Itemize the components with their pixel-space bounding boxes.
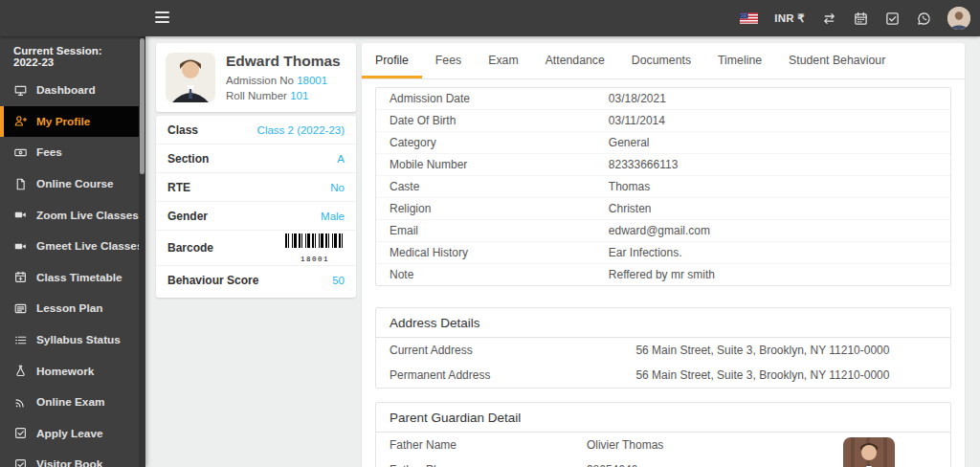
detail-value: Reffered by mr smith — [609, 268, 937, 281]
sidebar-item-label: Gmeet Live Classes — [36, 239, 143, 253]
detail-label: Current Address — [390, 344, 635, 357]
summary-value: Class 2 (2022-23) — [257, 124, 345, 136]
sidebar-item-label: Zoom Live Classes — [36, 209, 139, 222]
detail-row-date-of-birth: Date Of Birth03/11/2014 — [376, 110, 950, 132]
sidebar-item-label: Fees — [36, 145, 62, 159]
sidebar-item-visitor-book[interactable]: Visitor Book — [0, 449, 145, 467]
sidebar-item-label: Dashboard — [36, 83, 96, 97]
detail-value: 03/11/2014 — [609, 114, 937, 127]
summary-value: No — [330, 182, 345, 193]
student-photo — [166, 53, 215, 102]
student-detail-panel: ProfileFeesExamAttendanceDocumentsTimeli… — [362, 43, 965, 467]
detail-label: Permanent Address — [390, 368, 635, 382]
detail-label: Father Name — [390, 438, 587, 452]
detail-row-caste: CasteThomas — [376, 176, 950, 198]
barcode-image: 18001 — [285, 231, 345, 265]
detail-value: edward@gmail.com — [609, 224, 937, 237]
sidebar-item-online-exam[interactable]: Online Exam — [0, 387, 145, 418]
barcode-number: 18001 — [301, 256, 329, 263]
detail-value: Christen — [609, 202, 937, 215]
detail-row-email: Emailedward@gmail.com — [376, 220, 950, 242]
sidebar-item-homework[interactable]: Homework — [0, 355, 145, 387]
tab-timeline[interactable]: Timeline — [704, 43, 775, 78]
detail-label: Note — [390, 268, 609, 281]
detail-label: Caste — [390, 180, 609, 193]
summary-value: A — [337, 153, 345, 165]
address-section-title: Address Details — [376, 308, 950, 338]
detail-label: Mobile Number — [390, 158, 609, 171]
detail-label: Category — [390, 136, 609, 149]
sidebar: Current Session: 2022-23 DashboardMy Pro… — [0, 36, 145, 467]
sidebar-item-label: Lesson Plan — [36, 301, 103, 315]
tab-documents[interactable]: Documents — [618, 43, 704, 78]
father-photo — [843, 437, 895, 467]
monitor-icon — [13, 83, 27, 97]
menu-toggle-icon[interactable] — [155, 11, 169, 24]
student-summary-card: Edward Thomas Admission No 18001 Roll Nu… — [156, 43, 356, 112]
banknote-icon — [13, 145, 27, 159]
detail-row-note: NoteReffered by mr smith — [376, 264, 950, 285]
detail-label: Religion — [390, 202, 609, 215]
sidebar-item-label: Class Timetable — [36, 271, 122, 284]
sidebar-item-apply-leave[interactable]: Apply Leave — [0, 418, 145, 450]
tab-fees[interactable]: Fees — [422, 43, 475, 78]
check-square-icon — [13, 457, 27, 467]
board-icon — [13, 301, 27, 315]
detail-row-current-address: Current Address56 Main Street, Suite 3, … — [376, 338, 950, 363]
sidebar-item-label: Online Course — [36, 177, 114, 190]
tab-student-behaviour[interactable]: Student Behaviour — [775, 43, 899, 78]
video-icon — [13, 209, 27, 222]
sidebar-item-syllabus-status[interactable]: Syllabus Status — [0, 324, 145, 356]
summary-row-rte: RTENo — [156, 173, 356, 202]
summary-value: 50 — [332, 275, 345, 286]
tab-profile[interactable]: Profile — [362, 43, 422, 78]
sidebar-item-online-course[interactable]: Online Course — [0, 168, 145, 200]
detail-row-admission-date: Admission Date03/18/2021 — [376, 88, 950, 110]
sidebar-item-zoom-live-classes[interactable]: Zoom Live Classes — [0, 199, 145, 231]
topbar: INR ₹ — [0, 0, 980, 36]
summary-label: Section — [167, 152, 209, 166]
calendar-plus-icon — [13, 271, 27, 284]
video-icon — [13, 239, 27, 253]
admission-no-label: Admission No — [226, 75, 294, 86]
tab-exam[interactable]: Exam — [475, 43, 531, 78]
student-name: Edward Thomas — [226, 53, 341, 70]
rss-icon — [13, 395, 27, 409]
address-details-box: Address Details Current Address56 Main S… — [375, 307, 951, 389]
summary-row-class: ClassClass 2 (2022-23) — [156, 116, 356, 145]
summary-label: Behaviour Score — [167, 274, 258, 287]
list-icon — [13, 333, 27, 346]
sidebar-scrollbar-thumb[interactable] — [140, 38, 145, 174]
admission-no-line: Admission No 18001 — [226, 73, 341, 88]
tab-attendance[interactable]: Attendance — [532, 43, 618, 78]
detail-value: 56 Main Street, Suite 3, Brooklyn, NY 11… — [635, 368, 937, 382]
swap-icon[interactable] — [821, 11, 836, 26]
sidebar-item-lesson-plan[interactable]: Lesson Plan — [0, 293, 145, 324]
sidebar-item-label: My Profile — [36, 115, 90, 128]
sidebar-item-label: Apply Leave — [36, 427, 103, 440]
detail-label: Email — [390, 224, 609, 237]
summary-row-barcode: Barcode18001 — [156, 231, 356, 266]
roll-number-value: 101 — [290, 90, 308, 101]
profile-details-box: Admission Date03/18/2021Date Of Birth03/… — [375, 87, 951, 286]
detail-value: 82333666113 — [609, 158, 937, 171]
task-icon[interactable] — [884, 11, 900, 26]
currency-selector[interactable]: INR ₹ — [774, 11, 805, 25]
parent-guardian-box: Parent Guardian Detail Father NameOlivie… — [375, 402, 951, 467]
user-avatar[interactable] — [947, 7, 970, 30]
detail-value: Ear Infections. — [609, 246, 937, 259]
calendar-icon[interactable] — [853, 11, 868, 26]
detail-value: General — [609, 136, 937, 149]
whatsapp-icon[interactable] — [916, 11, 931, 26]
summary-row-section: SectionA — [156, 145, 356, 173]
detail-row-permanent-address: Permanent Address56 Main Street, Suite 3… — [376, 363, 950, 388]
sidebar-item-class-timetable[interactable]: Class Timetable — [0, 262, 145, 294]
sidebar-item-fees[interactable]: Fees — [0, 137, 145, 168]
sidebar-item-gmeet-live-classes[interactable]: Gmeet Live Classes — [0, 231, 145, 262]
sidebar-item-my-profile[interactable]: My Profile — [0, 106, 145, 138]
barcode-stripes — [285, 234, 345, 248]
language-flag-icon[interactable] — [740, 12, 758, 24]
sidebar-item-dashboard[interactable]: Dashboard — [0, 75, 145, 106]
summary-row-gender: GenderMale — [156, 202, 356, 231]
summary-label: Barcode — [167, 241, 213, 255]
